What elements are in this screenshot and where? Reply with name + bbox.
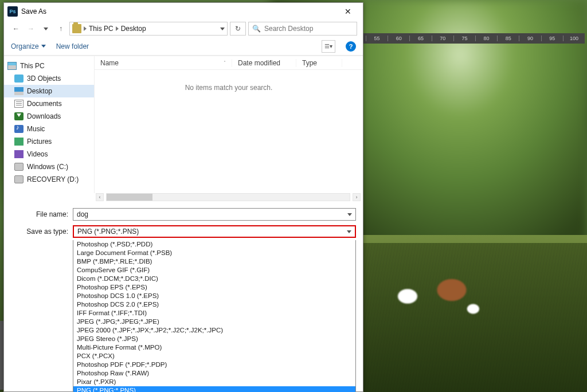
tree-item-label: 3D Objects — [27, 75, 61, 83]
tree-item[interactable]: RECOVERY (D:) — [4, 173, 94, 186]
up-button[interactable]: ↑ — [54, 22, 67, 35]
folder-icon — [14, 100, 24, 108]
back-button[interactable]: ← — [10, 22, 22, 35]
tree-item[interactable]: Downloads — [4, 110, 94, 123]
tree-item-label: Desktop — [27, 87, 52, 95]
format-option[interactable]: IFF Format (*.IFF;*.TDI) — [73, 309, 355, 317]
view-button[interactable]: ☰▾ — [322, 40, 335, 53]
canvas-image-subject — [370, 258, 496, 322]
recent-dropdown[interactable] — [40, 22, 52, 35]
nav-row: ← → ↑ This PC Desktop ↻ 🔍 — [4, 20, 363, 37]
tree-item[interactable]: Music — [4, 123, 94, 135]
folder-icon — [14, 150, 24, 158]
breadcrumb-root[interactable]: This PC — [89, 25, 114, 33]
tree-item[interactable]: 3D Objects — [4, 72, 94, 85]
search-input[interactable] — [264, 25, 353, 33]
column-headers[interactable]: Name˄ Date modified Type — [95, 56, 363, 70]
folder-tree[interactable]: This PC3D ObjectsDesktopDocumentsDownloa… — [4, 56, 95, 193]
breadcrumb-current[interactable]: Desktop — [121, 25, 146, 33]
format-option[interactable]: Multi-Picture Format (*.MPO) — [73, 343, 355, 352]
saveastype-field[interactable]: PNG (*.PNG;*.PNS) — [73, 225, 356, 238]
folder-icon — [72, 24, 81, 33]
format-option[interactable]: CompuServe GIF (*.GIF) — [73, 266, 355, 275]
horizontal-scrollbar[interactable]: ‹› — [4, 193, 363, 199]
format-option[interactable]: Photoshop EPS (*.EPS) — [73, 283, 355, 292]
format-option[interactable]: BMP (*.BMP;*.RLE;*.DIB) — [73, 257, 355, 266]
help-button[interactable]: ? — [346, 41, 356, 52]
format-option[interactable]: Photoshop PDF (*.PDF;*.PDP) — [73, 360, 355, 369]
chevron-down-icon — [41, 45, 46, 48]
search-icon: 🔍 — [252, 25, 261, 33]
scroll-right-icon: › — [353, 193, 361, 201]
tree-item-label: Videos — [27, 150, 48, 158]
format-option[interactable]: Large Document Format (*.PSB) — [73, 249, 355, 257]
format-option[interactable]: Dicom (*.DCM;*.DC3;*.DIC) — [73, 275, 355, 283]
address-bar[interactable]: This PC Desktop — [69, 22, 228, 36]
close-button[interactable]: ✕ — [336, 3, 359, 19]
breadcrumb-dropdown[interactable] — [220, 28, 225, 30]
format-option[interactable]: JPEG Stereo (*.JPS) — [73, 335, 355, 343]
format-option[interactable]: PNG (*.PNG;*.PNS) — [73, 386, 355, 392]
format-option[interactable]: Photoshop DCS 2.0 (*.EPS) — [73, 300, 355, 309]
save-as-dialog: Ps Save As ✕ ← → ↑ This PC Desktop ↻ 🔍 O… — [3, 2, 363, 392]
titlebar: Ps Save As ✕ — [4, 3, 363, 20]
tree-item-label: Windows (C:) — [27, 163, 68, 171]
format-option[interactable]: PCX (*.PCX) — [73, 352, 355, 360]
tree-item[interactable]: Windows (C:) — [4, 160, 94, 173]
tree-item-label: Music — [27, 125, 45, 133]
folder-icon — [14, 112, 24, 120]
filename-field[interactable]: dog — [73, 208, 356, 221]
folder-icon — [14, 138, 24, 146]
saveastype-label: Save as type: — [11, 228, 68, 236]
saveastype-value: PNG (*.PNG;*.PNS) — [77, 228, 139, 236]
folder-icon — [14, 125, 24, 133]
tree-item[interactable]: Documents — [4, 97, 94, 110]
organize-button[interactable]: Organize — [11, 42, 46, 50]
format-option[interactable]: Photoshop Raw (*.RAW) — [73, 369, 355, 378]
chevron-right-icon — [84, 26, 87, 31]
file-list-pane: Name˄ Date modified Type No items match … — [95, 56, 363, 193]
tree-item-label: This PC — [20, 62, 45, 70]
folder-icon — [14, 75, 24, 83]
refresh-button[interactable]: ↻ — [230, 22, 246, 36]
folder-icon — [14, 175, 24, 183]
folder-icon — [14, 87, 24, 95]
tree-item-label: Documents — [27, 100, 62, 108]
photoshop-icon: Ps — [7, 6, 18, 17]
dialog-toolbar: Organize New folder ☰▾ ? — [4, 37, 363, 56]
folder-icon — [14, 163, 24, 171]
format-option[interactable]: Photoshop DCS 1.0 (*.EPS) — [73, 292, 355, 300]
scroll-left-icon: ‹ — [96, 193, 104, 201]
chevron-down-icon[interactable] — [347, 213, 352, 216]
filename-value: dog — [77, 210, 88, 218]
empty-message: No items match your search. — [95, 70, 363, 193]
chevron-down-icon[interactable] — [347, 230, 351, 233]
tree-item[interactable]: Pictures — [4, 135, 94, 148]
format-option[interactable]: Photoshop (*.PSD;*.PDD) — [73, 240, 355, 249]
filename-label: File name: — [11, 210, 68, 218]
tree-item[interactable]: Videos — [4, 148, 94, 160]
tree-item-label: Downloads — [27, 112, 61, 120]
dialog-title: Save As — [21, 7, 336, 15]
search-box[interactable]: 🔍 — [248, 22, 357, 36]
col-name: Name˄ — [95, 59, 232, 67]
format-option[interactable]: JPEG 2000 (*.JPF;*.JPX;*.JP2;*.J2C;*.J2K… — [73, 326, 355, 335]
format-option[interactable]: Pixar (*.PXR) — [73, 378, 355, 386]
tree-item-label: Pictures — [27, 138, 52, 146]
folder-icon — [7, 62, 17, 70]
col-type: Type — [296, 59, 342, 67]
forward-button[interactable]: → — [25, 22, 37, 35]
col-date: Date modified — [232, 59, 296, 67]
tree-item-label: RECOVERY (D:) — [27, 175, 79, 183]
format-option[interactable]: JPEG (*.JPG;*.JPEG;*.JPE) — [73, 317, 355, 326]
chevron-right-icon — [116, 26, 119, 31]
saveastype-dropdown[interactable]: Photoshop (*.PSD;*.PDD)Large Document Fo… — [73, 240, 356, 392]
new-folder-button[interactable]: New folder — [56, 42, 89, 50]
tree-item[interactable]: Desktop — [4, 85, 94, 97]
tree-item[interactable]: This PC — [4, 60, 94, 72]
